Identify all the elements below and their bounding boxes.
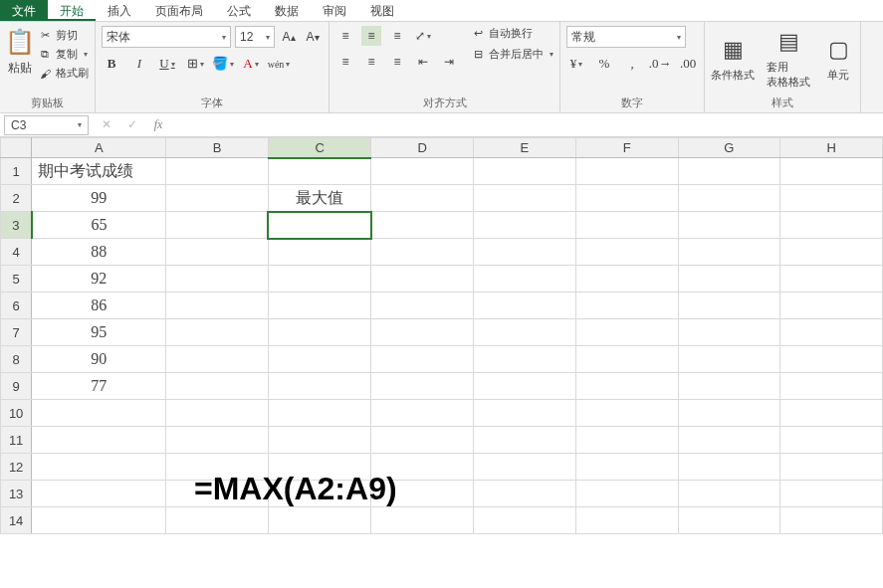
formula-input[interactable]	[176, 115, 883, 135]
cell-a3[interactable]: 65	[32, 212, 166, 239]
increase-font-button[interactable]: A▴	[279, 27, 299, 47]
bold-button[interactable]: B	[102, 54, 121, 74]
cell-d3[interactable]	[371, 212, 474, 239]
cell-h7[interactable]	[780, 319, 883, 346]
cell-d13[interactable]	[371, 481, 474, 507]
cell-h10[interactable]	[780, 400, 883, 427]
cell-g3[interactable]	[678, 212, 780, 239]
cell-f5[interactable]	[575, 266, 678, 293]
align-left-button[interactable]: ≡	[335, 52, 355, 72]
row-header-9[interactable]: 9	[1, 373, 32, 400]
tab-formula[interactable]: 公式	[215, 0, 263, 21]
select-all-corner[interactable]	[1, 138, 32, 158]
cell-h5[interactable]	[780, 266, 883, 293]
cell-d4[interactable]	[371, 239, 474, 266]
cell-a4[interactable]: 88	[32, 239, 166, 266]
cell-g8[interactable]	[678, 346, 780, 373]
cell-c7[interactable]	[268, 319, 370, 346]
row-header-2[interactable]: 2	[1, 185, 32, 212]
cell-e13[interactable]	[474, 481, 576, 507]
cell-c9[interactable]	[268, 373, 370, 400]
font-color-button[interactable]: A▾	[241, 54, 261, 74]
increase-decimal-button[interactable]: .0→	[650, 54, 670, 74]
row-header-1[interactable]: 1	[1, 158, 32, 185]
cell-h6[interactable]	[780, 293, 883, 319]
cell-c14[interactable]	[268, 507, 370, 534]
cell-b3[interactable]	[166, 212, 269, 239]
cell-c11[interactable]	[268, 427, 370, 454]
cell-h11[interactable]	[780, 427, 883, 454]
table-format-button[interactable]: ▤ 套用 表格格式	[767, 26, 810, 90]
row-header-10[interactable]: 10	[1, 400, 32, 427]
cell-e5[interactable]	[474, 266, 576, 293]
cell-c1[interactable]	[268, 158, 370, 185]
decrease-decimal-button[interactable]: .00	[678, 54, 698, 74]
cell-b8[interactable]	[166, 346, 269, 373]
cell-a7[interactable]: 95	[32, 319, 166, 346]
cell-b13[interactable]	[166, 481, 269, 507]
cell-h3[interactable]	[780, 212, 883, 239]
cell-f8[interactable]	[575, 346, 678, 373]
cell-c12[interactable]	[268, 454, 370, 481]
cell-f7[interactable]	[575, 319, 678, 346]
tab-data[interactable]: 数据	[263, 0, 311, 21]
cell-f9[interactable]	[575, 373, 678, 400]
cell-h8[interactable]	[780, 346, 883, 373]
tab-view[interactable]: 视图	[358, 0, 406, 21]
cell-a8[interactable]: 90	[32, 346, 166, 373]
col-header-f[interactable]: F	[575, 138, 678, 158]
cell-b14[interactable]	[166, 507, 269, 534]
cell-e4[interactable]	[474, 239, 576, 266]
cell-a2[interactable]: 99	[32, 185, 166, 212]
cell-d10[interactable]	[371, 400, 474, 427]
col-header-a[interactable]: A	[32, 138, 166, 158]
cell-f4[interactable]	[575, 239, 678, 266]
underline-button[interactable]: U▾	[157, 54, 177, 74]
cell-f13[interactable]	[575, 481, 678, 507]
percent-button[interactable]: %	[594, 54, 614, 74]
cell-f6[interactable]	[575, 293, 678, 319]
align-center-button[interactable]: ≡	[361, 52, 381, 72]
cell-h1[interactable]	[780, 158, 883, 185]
copy-button[interactable]: ⧉复制▾	[38, 47, 89, 62]
cell-a5[interactable]: 92	[32, 266, 166, 293]
cell-f3[interactable]	[575, 212, 678, 239]
cell-g12[interactable]	[678, 454, 780, 481]
comma-button[interactable]: ,	[622, 54, 642, 74]
row-header-11[interactable]: 11	[1, 427, 32, 454]
cancel-formula-button[interactable]: ✕	[99, 117, 114, 132]
cell-d14[interactable]	[371, 507, 474, 534]
cell-g6[interactable]	[678, 293, 780, 319]
cell-a14[interactable]	[32, 507, 166, 534]
cell-a12[interactable]	[32, 454, 166, 481]
currency-button[interactable]: ¥▾	[566, 54, 586, 74]
cell-a9[interactable]: 77	[32, 373, 166, 400]
cell-h4[interactable]	[780, 239, 883, 266]
cell-d1[interactable]	[371, 158, 474, 185]
cell-b4[interactable]	[166, 239, 269, 266]
cell-d5[interactable]	[371, 266, 474, 293]
cell-e12[interactable]	[474, 454, 576, 481]
tab-start[interactable]: 开始	[48, 0, 96, 21]
cell-a10[interactable]	[32, 400, 166, 427]
tab-file[interactable]: 文件	[0, 0, 48, 21]
cell-c4[interactable]	[268, 239, 370, 266]
cell-b10[interactable]	[166, 400, 269, 427]
row-header-13[interactable]: 13	[1, 481, 32, 507]
cell-e7[interactable]	[474, 319, 576, 346]
font-name-select[interactable]: 宋体▾	[102, 26, 231, 48]
cell-g13[interactable]	[678, 481, 780, 507]
cell-c13[interactable]	[268, 481, 370, 507]
italic-button[interactable]: I	[129, 54, 149, 74]
cell-f14[interactable]	[575, 507, 678, 534]
cell-b6[interactable]	[166, 293, 269, 319]
align-middle-button[interactable]: ≡	[361, 26, 381, 46]
decrease-font-button[interactable]: A▾	[303, 27, 323, 47]
cell-f1[interactable]	[575, 158, 678, 185]
phonetic-button[interactable]: wén▾	[269, 54, 289, 74]
col-header-c[interactable]: C	[268, 138, 370, 158]
cell-h13[interactable]	[780, 481, 883, 507]
align-right-button[interactable]: ≡	[387, 52, 407, 72]
font-size-select[interactable]: 12▾	[235, 26, 275, 48]
cell-d7[interactable]	[371, 319, 474, 346]
